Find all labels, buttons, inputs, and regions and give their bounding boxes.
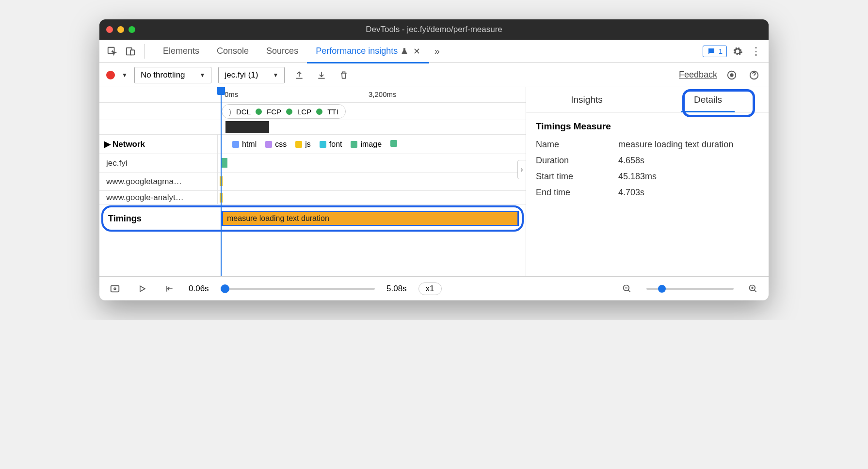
tab-sources[interactable]: Sources [257,40,307,63]
filmstrip-row [99,120,526,135]
zoom-out-icon[interactable] [619,281,635,297]
import-icon[interactable] [314,67,329,83]
track-label: www.google-analyt… [99,191,218,204]
divider [144,44,145,59]
legend-swatch [320,141,326,148]
help-icon[interactable] [746,67,762,83]
rtab-label: Insights [571,94,602,105]
network-section-label[interactable]: ▶ Network [99,135,218,154]
zoom-slider[interactable] [646,288,734,290]
request-bar[interactable] [221,158,227,168]
legend-label: image [360,140,382,149]
throttle-value: No throttling [141,70,185,80]
kebab-icon[interactable]: ⋮ [748,44,764,59]
timeline-panel: 0ms 3,200ms ) DCL FCP LCP TTI ▶ Network [99,87,526,276]
caret-right-icon: ▶ [104,139,111,149]
tab-performance-insights[interactable]: Performance insights ✕ [307,40,429,63]
timings-row-highlight: Timings measure loading text duration [101,205,524,232]
kv-key: Name [536,140,618,150]
minimize-icon[interactable] [117,26,124,33]
tab-label: Sources [266,46,298,56]
issues-count: 1 [719,47,723,55]
playhead-line [221,87,222,276]
legend-label: html [242,140,257,149]
ruler-tick: 0ms [225,90,238,98]
timings-label: Timings [103,214,219,224]
kv-row: Duration4.658s [526,153,769,169]
close-tab-icon[interactable]: ✕ [413,46,420,57]
track-row[interactable]: www.googletagma… [99,172,526,191]
toggle-view-icon[interactable] [107,281,123,297]
export-icon[interactable] [291,67,307,83]
tab-label: Console [217,46,249,56]
metric-fcp: FCP [267,108,281,116]
legend-swatch [232,141,239,148]
zoom-in-icon[interactable] [745,281,761,297]
kv-value: measure loading text duration [618,140,733,150]
timing-bar-label: measure loading text duration [227,214,329,223]
kv-value: 45.183ms [618,172,657,182]
svg-rect-6 [111,285,119,292]
record-menu-icon[interactable]: ▼ [122,72,128,78]
tab-elements[interactable]: Elements [154,40,208,63]
network-header: ▶ Network html css js font image [99,135,526,154]
throttling-select[interactable]: No throttling▼ [134,67,212,83]
legend-swatch [390,140,397,147]
metrics-row: ) DCL FCP LCP TTI [99,103,526,120]
timing-measure-bar[interactable]: measure loading text duration [222,211,519,226]
inspect-icon[interactable] [104,44,120,59]
feedback-link[interactable]: Feedback [679,70,717,80]
track-label: jec.fyi [99,154,218,172]
flask-icon [401,47,408,55]
track-row[interactable]: www.google-analyt… [99,191,526,204]
details-panel: Insights Details Timings Measure Namemea… [526,87,769,276]
time-slider[interactable] [221,288,375,290]
delete-icon[interactable] [336,67,352,83]
collapse-sidebar-icon[interactable]: › [517,160,526,179]
settings-icon[interactable] [730,44,745,59]
kv-value: 4.703s [618,188,644,198]
issues-badge[interactable]: 1 [703,46,727,57]
recording-value: jec.fyi (1) [225,70,258,80]
time-end: 5.08s [386,284,407,294]
track-label: www.googletagma… [99,172,218,190]
tab-label: Performance insights [316,46,398,56]
svg-rect-2 [130,50,134,55]
tab-console[interactable]: Console [208,40,257,63]
play-icon[interactable] [134,281,150,297]
ruler-tick: 3,200ms [369,90,397,98]
right-tabs: Insights Details [526,87,769,112]
kv-row: Start time45.183ms [526,169,769,185]
kv-row: Namemeasure loading text duration [526,137,769,153]
playhead-handle[interactable] [217,87,225,95]
tab-list: Elements Console Sources Performance ins… [154,40,445,63]
filmstrip-thumb[interactable] [225,121,269,133]
titlebar: DevTools - jec.fyi/demo/perf-measure [99,19,769,40]
legend-swatch [295,141,302,148]
legend-label: js [305,140,311,149]
more-tabs-icon[interactable]: » [429,44,445,59]
kv-key: End time [536,188,618,198]
kv-row: End time4.703s [526,185,769,201]
metrics-pill[interactable]: ) DCL FCP LCP TTI [222,104,346,119]
zoom-badge[interactable]: x1 [418,282,442,295]
close-icon[interactable] [106,26,113,33]
tab-details[interactable]: Details [647,87,769,112]
device-toolbar-icon[interactable] [123,44,138,59]
record-button[interactable] [106,71,115,79]
track-row[interactable]: jec.fyi [99,154,526,172]
devtools-window: DevTools - jec.fyi/demo/perf-measure Ele… [99,19,769,300]
maximize-icon[interactable] [129,26,135,33]
network-tracks: jec.fyi www.googletagma… www.google-anal… [99,154,526,204]
recording-select[interactable]: jec.fyi (1)▼ [218,67,285,83]
tab-insights[interactable]: Insights [526,87,647,112]
kv-key: Start time [536,172,618,182]
tab-label: Elements [163,46,199,56]
rtab-label: Details [694,94,722,105]
rewind-icon[interactable] [161,281,177,297]
window-controls [106,26,135,33]
panel-settings-icon[interactable] [724,67,739,83]
time-start: 0.06s [189,284,209,294]
legend-label: font [329,140,342,149]
time-ruler[interactable]: 0ms 3,200ms [99,87,526,103]
